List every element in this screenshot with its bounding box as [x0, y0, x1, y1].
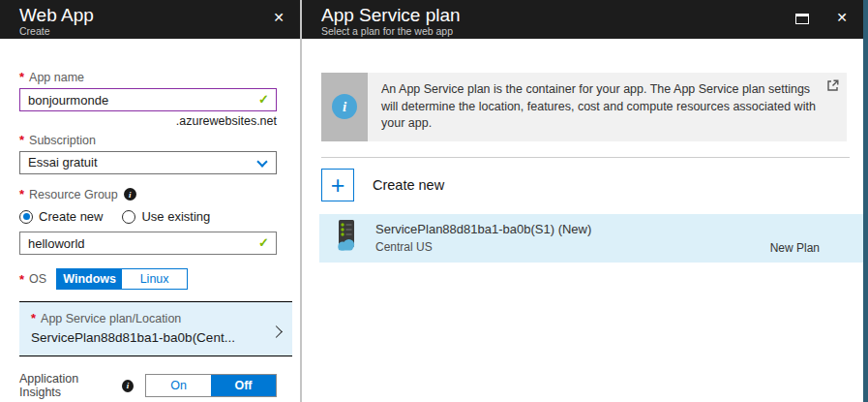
required-marker: *	[19, 70, 24, 84]
plus-icon: +	[321, 169, 354, 201]
create-new-plan-button[interactable]: + Create new	[321, 169, 515, 201]
plan-selector-label: * App Service plan/Location	[31, 311, 267, 325]
info-banner-text: An App Service plan is the container for…	[368, 73, 847, 141]
info-icon[interactable]: i	[124, 188, 136, 201]
create-web-app-form: * App name ✓ .azurewebsites.net * Subscr…	[0, 70, 300, 399]
os-toggle: Windows Linux	[56, 268, 188, 290]
app-name-label: * App name	[19, 70, 277, 84]
os-linux-button[interactable]: Linux	[122, 269, 187, 289]
app-service-plan-selector[interactable]: * App Service plan/Location ServicePlan8…	[19, 301, 292, 356]
info-banner: i An App Service plan is the container f…	[321, 73, 847, 141]
required-marker: *	[19, 272, 24, 287]
required-marker: *	[31, 311, 36, 325]
maximize-icon[interactable]	[795, 14, 809, 24]
info-icon[interactable]: i	[122, 380, 134, 392]
radio-use-existing[interactable]: Use existing	[122, 209, 210, 224]
subscription-value: Essai gratuit	[20, 152, 276, 173]
valid-check-icon: ✓	[258, 92, 269, 107]
plan-selector-value: ServicePlan88d81ba1-ba0b(Cent...	[31, 330, 267, 345]
blade-title: Web App	[19, 5, 300, 25]
os-label: * OS	[19, 272, 46, 287]
valid-check-icon: ✓	[258, 235, 269, 250]
radio-create-new[interactable]: Create new	[19, 209, 103, 224]
plan-badge: New Plan	[770, 241, 820, 255]
insights-on-button[interactable]: On	[146, 375, 211, 396]
radio-selected-icon	[19, 210, 33, 224]
app-service-plan-icon	[332, 219, 361, 258]
os-windows-button[interactable]: Windows	[57, 269, 122, 289]
list-divider	[321, 157, 850, 158]
app-service-plan-blade: App Service plan Select a plan for the w…	[302, 0, 863, 402]
plan-name: ServicePlan88d81ba1-ba0b(S1) (New)	[375, 222, 591, 236]
service-plan-list-item[interactable]: ServicePlan88d81ba1-ba0b(S1) (New) Centr…	[319, 214, 863, 263]
app-insights-label: Application Insights i	[19, 372, 134, 399]
external-link-icon[interactable]	[826, 79, 839, 98]
app-name-input[interactable]	[19, 88, 277, 111]
required-marker: *	[19, 187, 24, 201]
create-new-label: Create new	[373, 177, 444, 193]
app-service-plan-blade-header: App Service plan Select a plan for the w…	[302, 0, 863, 39]
blade-subtitle: Select a plan for the web app	[321, 25, 863, 37]
web-app-blade-header: Web App Create ✕	[0, 0, 300, 39]
app-insights-toggle: On Off	[145, 374, 277, 397]
azure-portal: Web App Create ✕ * App name ✓ .azurewebs…	[0, 0, 868, 402]
blade-subtitle: Create	[19, 25, 300, 37]
subscription-dropdown[interactable]: Essai gratuit	[19, 151, 277, 174]
resource-group-label: * Resource Group i	[19, 187, 277, 201]
web-app-blade: Web App Create ✕ * App name ✓ .azurewebs…	[0, 0, 300, 402]
info-icon-panel: i	[321, 73, 368, 141]
resource-group-input[interactable]	[19, 232, 277, 255]
chevron-right-icon	[270, 325, 283, 338]
blade-edge-bar	[863, 0, 868, 402]
close-icon[interactable]: ✕	[836, 10, 848, 25]
insights-off-button[interactable]: Off	[211, 375, 276, 396]
radio-unselected-icon	[122, 210, 135, 224]
required-marker: *	[19, 133, 24, 147]
domain-suffix: .azurewebsites.net	[19, 114, 277, 128]
blade-title: App Service plan	[321, 5, 863, 25]
close-icon[interactable]: ✕	[273, 10, 284, 25]
plan-location: Central US	[375, 240, 591, 254]
info-circle-icon: i	[332, 94, 357, 119]
subscription-label: * Subscription	[19, 133, 277, 147]
